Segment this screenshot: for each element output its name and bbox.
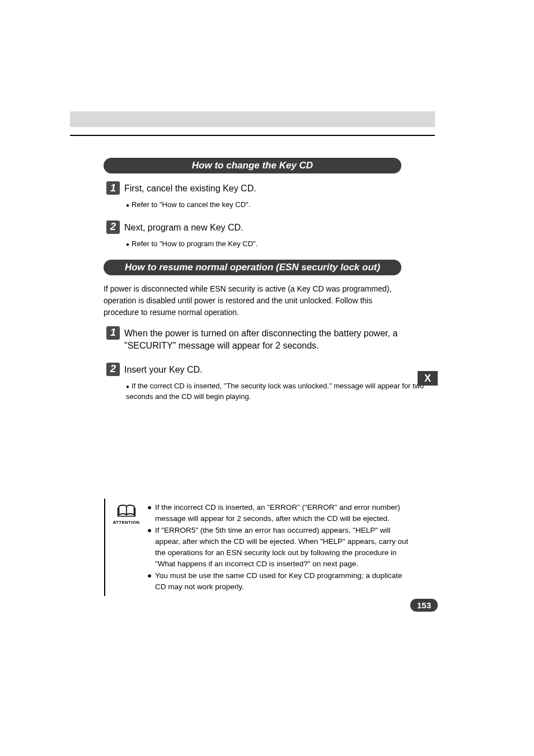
bullet-icon: ●	[126, 383, 129, 389]
step-text: Next, program a new Key CD.	[124, 220, 435, 234]
step-number-icon: 1	[106, 181, 120, 195]
bullet-icon: ●	[147, 525, 155, 570]
attention-item: ● You must be use the same CD used for K…	[147, 570, 415, 593]
attention-list: ● If the incorrect CD is inserted, an "E…	[147, 499, 415, 596]
section-header-change-key-cd: How to change the Key CD	[104, 158, 401, 173]
attention-box: ATTENTION ● If the incorrect CD is inser…	[104, 499, 415, 596]
bullet-icon: ●	[147, 570, 155, 593]
header-bar	[70, 111, 435, 127]
step-text: When the power is turned on after discon…	[124, 326, 435, 353]
page-number: 153	[410, 599, 438, 612]
step-number-icon: 2	[106, 220, 120, 234]
step-number-icon: 1	[106, 326, 120, 340]
step-2-insert-cd: 2 Insert your Key CD.	[70, 363, 435, 376]
section-intro-paragraph: If power is disconnected while ESN secur…	[104, 283, 401, 318]
attention-item: ● If the incorrect CD is inserted, an "E…	[147, 502, 415, 525]
step-subnote: ●Refer to "How to cancel the key CD".	[126, 199, 435, 210]
step-1-power-on: 1 When the power is turned on after disc…	[70, 326, 435, 353]
subnote-text: Refer to "How to cancel the key CD".	[132, 200, 250, 209]
attention-item: ● If "ERROR5" (the 5th time an error has…	[147, 525, 415, 570]
step-subnote: ●Refer to "How to program the Key CD".	[126, 238, 435, 250]
attention-label: ATTENTION	[113, 520, 140, 525]
step-text: First, cancel the existing Key CD.	[124, 181, 435, 195]
bullet-icon: ●	[126, 202, 129, 208]
attention-item-text: If "ERROR5" (the 5th time an error has o…	[155, 525, 415, 570]
bullet-icon: ●	[126, 241, 129, 247]
attention-icon: ATTENTION	[111, 504, 142, 525]
step-2-program: 2 Next, program a new Key CD.	[70, 220, 435, 234]
section-header-resume-operation: How to resume normal operation (ESN secu…	[104, 260, 401, 275]
step-number-icon: 2	[106, 363, 120, 376]
section-tab-x: X	[418, 371, 438, 386]
subnote-text: If the correct CD is inserted, "The secu…	[126, 382, 424, 401]
attention-item-text: If the incorrect CD is inserted, an "ERR…	[155, 502, 415, 525]
attention-item-text: You must be use the same CD used for Key…	[155, 570, 415, 593]
step-1-cancel: 1 First, cancel the existing Key CD.	[70, 181, 435, 195]
step-text: Insert your Key CD.	[124, 363, 435, 376]
bullet-icon: ●	[147, 502, 155, 525]
attention-left-border	[104, 499, 105, 596]
step-subnote: ●If the correct CD is inserted, "The sec…	[126, 381, 435, 402]
subnote-text: Refer to "How to program the Key CD".	[132, 240, 257, 248]
book-icon	[117, 504, 136, 519]
main-content: How to change the Key CD 1 First, cancel…	[70, 158, 435, 412]
header-divider	[70, 135, 435, 136]
